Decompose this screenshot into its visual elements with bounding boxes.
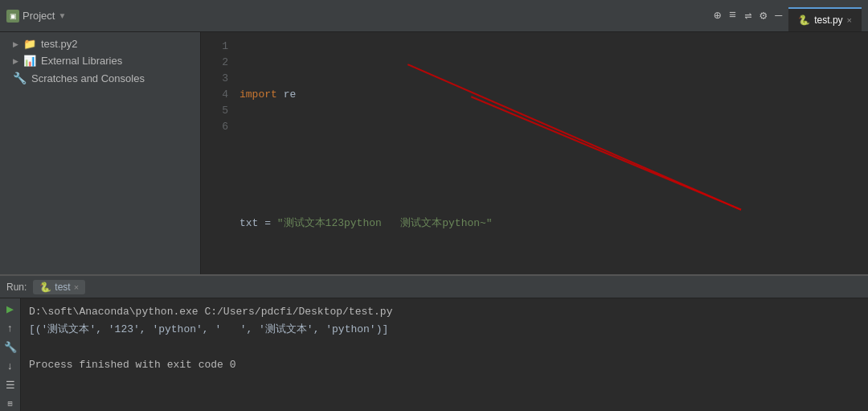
run-label: Run: [6, 282, 27, 293]
code-editor[interactable]: import re txt = "测试文本123python 测试文本pytho… [233, 32, 868, 274]
sidebar-item-test-py2[interactable]: ▶ 📁 test.py2 [0, 35, 200, 52]
sidebar-item-label: External Libraries [41, 55, 122, 67]
project-label[interactable]: ▣ Project ▼ [6, 10, 66, 23]
folder-icon: 📁 [23, 38, 36, 50]
sidebar-item-label: Scratches and Consoles [31, 72, 145, 84]
code-container: 1 2 3 4 5 6 import re txt = "测试文本123pyth… [201, 32, 868, 274]
code-line-1: import re [240, 87, 868, 103]
output-line-3 [29, 339, 860, 356]
run-play-button[interactable]: ▶ [2, 302, 18, 317]
arrow-icon: ▶ [13, 40, 18, 48]
run-up-button[interactable]: ↑ [2, 322, 18, 335]
code-line-2 [240, 151, 868, 167]
sidebar-item-label: test.py2 [41, 38, 78, 50]
run-output: D:\soft\Anaconda\python.exe C:/Users/pdc… [21, 298, 868, 411]
toolbar-icons: ⊕ ≡ ⇌ ⚙ — [714, 8, 782, 23]
top-bar: ▣ Project ▼ ⊕ ≡ ⇌ ⚙ — 🐍 test.py × [0, 0, 868, 32]
output-line-1: D:\soft\Anaconda\python.exe C:/Users/pdc… [29, 303, 860, 321]
run-toolbar: ▶ ↑ 🔧 ↓ ☰ ⊞ [0, 298, 21, 411]
sidebar-item-external-libs[interactable]: ▶ 📊 External Libraries [0, 52, 200, 69]
project-text: Project [23, 10, 55, 22]
settings-icon[interactable]: ⚙ [760, 8, 767, 23]
run-lines-button[interactable]: ☰ [2, 378, 18, 392]
sync-icon[interactable]: ⊕ [714, 8, 721, 23]
tab-icon: 🐍 [798, 14, 810, 26]
code-line-3: txt = "测试文本123python 测试文本python~" [240, 216, 868, 232]
bottom-panel: Run: 🐍 test × ▶ ↑ 🔧 ↓ ☰ ⊞ D:\soft\Anacon… [0, 274, 868, 411]
run-down-button[interactable]: ↓ [2, 360, 18, 373]
main-area: ▶ 📁 test.py2 ▶ 📊 External Libraries 🔧 Sc… [0, 32, 868, 274]
line-numbers: 1 2 3 4 5 6 [201, 32, 233, 274]
tab-close-icon[interactable]: × [847, 15, 852, 25]
ext-icon: 📊 [23, 55, 36, 67]
collapse-icon[interactable]: ⇌ [744, 8, 751, 23]
sidebar: ▶ 📁 test.py2 ▶ 📊 External Libraries 🔧 Sc… [0, 32, 201, 274]
output-line-2: [('测试文本', '123', 'python', ' ', '测试文本', … [29, 321, 860, 339]
scratch-icon: 🔧 [13, 72, 27, 84]
tab-bar: 🐍 test.py × [788, 0, 862, 31]
arrow-icon: ▶ [13, 57, 18, 65]
sidebar-item-scratches[interactable]: 🔧 Scratches and Consoles [0, 69, 200, 87]
list-icon[interactable]: ≡ [729, 9, 736, 23]
run-panel-body: ▶ ↑ 🔧 ↓ ☰ ⊞ D:\soft\Anaconda\python.exe … [0, 298, 868, 411]
project-icon: ▣ [6, 10, 19, 23]
output-line-4: Process finished with exit code 0 [29, 356, 860, 374]
run-tab-test[interactable]: 🐍 test × [33, 280, 85, 294]
run-wrench-button[interactable]: 🔧 [2, 340, 18, 354]
run-tab-name: test [55, 282, 70, 293]
minimize-icon[interactable]: — [775, 9, 782, 23]
project-dropdown-icon: ▼ [58, 11, 66, 20]
run-tab-icon: 🐍 [39, 282, 51, 293]
run-tab-close[interactable]: × [74, 282, 79, 292]
tab-test-py[interactable]: 🐍 test.py × [788, 7, 862, 31]
run-tab-bar: Run: 🐍 test × [0, 276, 868, 298]
run-extra-button[interactable]: ⊞ [2, 397, 18, 411]
tab-filename: test.py [814, 14, 842, 26]
editor-area: 1 2 3 4 5 6 import re txt = "测试文本123pyth… [201, 32, 868, 274]
